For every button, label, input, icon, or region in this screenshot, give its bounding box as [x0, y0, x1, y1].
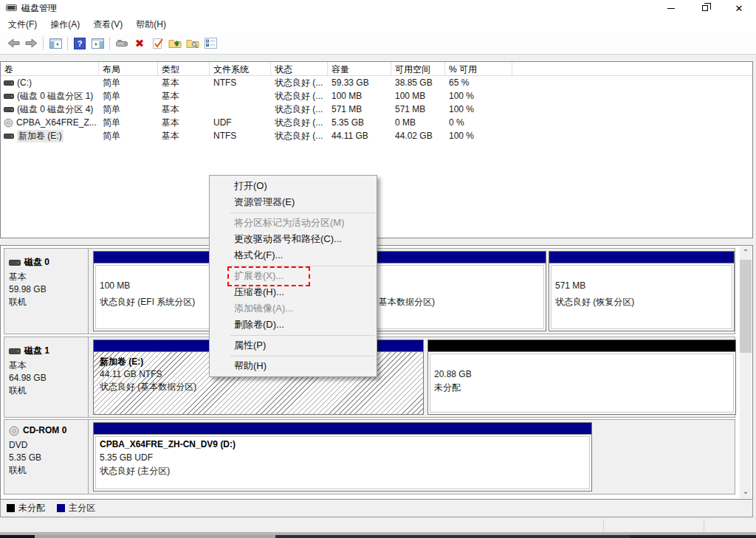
table-row-selected[interactable]: 新加卷 (E:) 简单 基本 NTFS 状态良好 (... 44.11 GB 4…: [1, 129, 752, 142]
partition-status: 状态良好 (EFI 系统分区): [100, 294, 211, 310]
column-header-status[interactable]: 状态: [271, 62, 328, 75]
column-header-free[interactable]: 可用空间: [391, 62, 445, 75]
menu-item-properties[interactable]: 属性(P): [210, 337, 377, 354]
menu-item-format[interactable]: 格式化(F)...: [210, 247, 377, 263]
title-bar: 磁盘管理 ✕: [0, 0, 756, 16]
back-button[interactable]: [4, 35, 22, 52]
column-header-pctfree[interactable]: % 可用: [445, 62, 512, 75]
menu-item-shrink-volume[interactable]: 压缩卷(H)...: [210, 284, 377, 300]
partition-recovery[interactable]: 571 MB 状态良好 (恢复分区): [549, 251, 735, 331]
disk-name: 磁盘 1: [24, 345, 49, 357]
column-header-filler: [512, 62, 752, 75]
checkmark-document-icon: [152, 38, 163, 49]
menu-view[interactable]: 查看(V): [86, 16, 129, 33]
disk-management-window: 磁盘管理 ✕ 文件(F) 操作(A) 查看(V) 帮助(H) ?: [0, 0, 756, 538]
drive-tool-button[interactable]: [113, 35, 131, 52]
folder-up-icon: [168, 38, 182, 49]
unallocated-legend-swatch: [7, 504, 15, 512]
menu-item-delete-volume[interactable]: 删除卷(D)...: [210, 317, 377, 333]
unallocated-label: 未分配: [434, 381, 735, 394]
cdrom0-label-panel[interactable]: CD-ROM 0 DVD 5.35 GB 联机: [4, 420, 89, 494]
disk-status: 联机: [9, 384, 88, 397]
volume-name: CPBA_X64FRE_Z...: [16, 117, 97, 128]
menu-separator: [230, 356, 375, 356]
partition-title: CPBA_X64FRE_ZH-CN_DV9 (D:): [100, 438, 591, 451]
legend-label: 未分配: [18, 502, 45, 514]
disk0-graph: 100 MB 状态良好 (EFI 系统分区) 基本数据分区) 571 MB 状态…: [89, 249, 735, 334]
show-action-pane-button[interactable]: [89, 35, 106, 52]
mark-active-button[interactable]: [148, 35, 166, 52]
delete-volume-button[interactable]: ✖: [131, 35, 148, 52]
partition-status: 状态良好 (基本数据分区): [100, 381, 423, 393]
disk1-label-panel[interactable]: 磁盘 1 基本 64.98 GB 联机: [4, 337, 89, 417]
cd-volume-icon: [4, 118, 13, 128]
restore-button[interactable]: [688, 0, 722, 16]
legend-label: 主分区: [69, 502, 95, 514]
disk-type: 基本: [9, 271, 88, 283]
unallocated-size: 20.88 GB: [434, 368, 735, 381]
menu-separator: [230, 266, 375, 266]
action-pane-icon: [92, 38, 104, 49]
column-header-layout[interactable]: 布局: [99, 62, 158, 75]
table-row[interactable]: (C:) 简单 基本 NTFS 状态良好 (... 59.33 GB 38.85…: [1, 76, 752, 89]
partition-status: 状态良好 (主分区): [100, 464, 591, 477]
toolbar: ? ✖: [0, 32, 756, 55]
vertical-scrollbar[interactable]: ⌃ ⌄: [740, 246, 752, 498]
primary-partition-bar: [94, 252, 211, 263]
disk-volume-icon: [4, 93, 14, 100]
disk-volume-icon: [4, 106, 14, 113]
help-button[interactable]: ?: [71, 35, 89, 52]
disk0-label-panel[interactable]: 磁盘 0 基本 59.98 GB 联机: [4, 249, 89, 334]
disk-icon: [9, 259, 21, 266]
status-bar: [0, 517, 756, 532]
menu-item-help[interactable]: 帮助(H): [210, 358, 377, 374]
minimize-button[interactable]: [654, 0, 688, 16]
column-header-capacity[interactable]: 容量: [328, 62, 391, 75]
toolbar-separator: [109, 37, 110, 50]
scroll-up-arrow[interactable]: ⌃: [740, 246, 752, 259]
menu-help[interactable]: 帮助(H): [129, 16, 173, 33]
folder-search-icon: [186, 38, 199, 49]
scroll-down-arrow[interactable]: ⌄: [740, 486, 752, 498]
column-header-filesystem[interactable]: 文件系统: [210, 62, 271, 75]
status-divider: [704, 520, 704, 531]
menu-item-mark-active: 将分区标记为活动分区(M): [210, 215, 377, 231]
menu-action[interactable]: 操作(A): [44, 16, 86, 33]
column-header-volume[interactable]: 卷: [1, 62, 99, 75]
volume-name: (C:): [17, 77, 32, 88]
table-row[interactable]: (磁盘 0 磁盘分区 4) 简单 基本 状态良好 (... 571 MB 571…: [1, 103, 752, 116]
table-row[interactable]: (磁盘 0 磁盘分区 1) 简单 基本 状态良好 (... 100 MB 100…: [1, 89, 752, 103]
table-row[interactable]: CPBA_X64FRE_Z... 简单 基本 UDF 状态良好 (... 5.3…: [1, 116, 752, 129]
open-button[interactable]: [166, 35, 184, 52]
menu-separator: [230, 213, 375, 213]
forward-button[interactable]: [22, 35, 40, 52]
primary-partition-bar: [549, 252, 734, 263]
menu-item-open[interactable]: 打开(O): [210, 178, 377, 194]
explore-button[interactable]: [184, 35, 202, 52]
volume-name: (磁盘 0 磁盘分区 1): [17, 90, 93, 103]
partition-efi[interactable]: 100 MB 状态良好 (EFI 系统分区): [93, 251, 212, 331]
partition-d[interactable]: CPBA_X64FRE_ZH-CN_DV9 (D:) 5.35 GB UDF 状…: [93, 422, 592, 492]
partition-size: 5.35 GB UDF: [100, 451, 591, 464]
partition-status: 状态良好 (恢复分区): [555, 294, 734, 310]
close-button[interactable]: ✕: [722, 0, 756, 16]
disk-name: CD-ROM 0: [23, 424, 66, 437]
volume-list-header: 卷 布局 类型 文件系统 状态 容量 可用空间 % 可用: [1, 62, 752, 76]
scrollbar-thumb[interactable]: [740, 260, 752, 353]
toolbar-separator: [67, 37, 68, 50]
taskbar-edge: [0, 535, 756, 538]
disk-size: 59.98 GB: [9, 283, 88, 296]
primary-partition-bar: [94, 423, 591, 435]
menu-item-explorer[interactable]: 资源管理器(E): [210, 194, 377, 210]
disk-icon: [9, 348, 21, 355]
unallocated-region[interactable]: 20.88 GB 未分配: [427, 339, 736, 415]
properties-button[interactable]: [202, 35, 219, 52]
close-icon: ✕: [735, 4, 743, 13]
menu-item-add-mirror: 添加镜像(A)...: [210, 300, 377, 317]
column-header-type[interactable]: 类型: [158, 62, 210, 75]
drive-gadget-icon: [115, 39, 128, 48]
disk-status: 联机: [9, 464, 88, 477]
menu-item-change-drive-letter[interactable]: 更改驱动器号和路径(C)...: [210, 231, 377, 247]
show-console-tree-button[interactable]: [47, 35, 64, 52]
menu-file[interactable]: 文件(F): [1, 16, 44, 33]
